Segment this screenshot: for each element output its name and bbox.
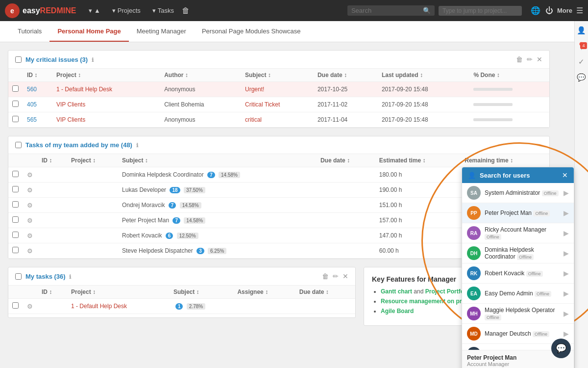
th-assignee[interactable]: Assignee ↕ bbox=[233, 286, 295, 299]
user-list-item[interactable]: MH Maggie Helpdesk Operator Offline ▶ bbox=[462, 304, 574, 324]
gantt-chart-link[interactable]: Gantt chart bbox=[381, 288, 412, 295]
user-list-item[interactable]: RA Ricky Account Manager Offline ▶ bbox=[462, 223, 574, 243]
th-due-date[interactable]: Due date ↕ bbox=[317, 154, 375, 167]
tab-tutorials[interactable]: Tutorials bbox=[10, 22, 49, 42]
user-action-button[interactable]: ▶ bbox=[564, 209, 569, 217]
issue-id-link[interactable]: 405 bbox=[27, 101, 37, 108]
th-due-date[interactable]: Due date ↕ bbox=[295, 286, 355, 299]
critical-issues-select-all[interactable] bbox=[15, 56, 22, 63]
user-list-item[interactable]: RK Robert Kovacik Offline ▶ bbox=[462, 263, 574, 284]
row-gear-icon[interactable]: ⚙ bbox=[27, 232, 33, 239]
projects-button[interactable]: ▾ Projects bbox=[108, 5, 145, 16]
th-project[interactable]: Project ↕ bbox=[52, 69, 160, 82]
help-icon[interactable]: 🌐 bbox=[531, 6, 540, 15]
row-checkbox[interactable] bbox=[12, 232, 19, 238]
th-subject[interactable]: Subject ↕ bbox=[241, 69, 314, 82]
row-checkbox[interactable] bbox=[12, 201, 19, 208]
widget-close-button[interactable]: ✕ bbox=[537, 55, 542, 63]
trash-icon[interactable]: 🗑 bbox=[182, 6, 190, 15]
row-checkbox[interactable] bbox=[12, 302, 19, 309]
cell-due-date: 2017-10-25 bbox=[314, 82, 378, 97]
row-gear-icon[interactable]: ⚙ bbox=[27, 217, 33, 224]
project-link[interactable]: VIP Clients bbox=[56, 116, 85, 123]
team-tasks-select-all[interactable] bbox=[15, 142, 22, 148]
user-action-button[interactable]: ▶ bbox=[564, 189, 569, 197]
critical-issues-widget: My critical issues (3) ℹ 🗑 ✏ ✕ ID ↕ Proj… bbox=[8, 50, 550, 128]
chat-button[interactable]: 💬 bbox=[551, 339, 571, 358]
subject-link[interactable]: Critical Ticket bbox=[245, 101, 280, 108]
sidebar-user-icon[interactable]: 👤 bbox=[577, 26, 586, 35]
my-tasks-delete-button[interactable]: 🗑 bbox=[322, 272, 329, 280]
row-gear-icon[interactable]: ⚙ bbox=[27, 247, 33, 255]
row-gear-icon[interactable]: ⚙ bbox=[27, 202, 33, 209]
subject-link[interactable]: critical bbox=[245, 116, 262, 123]
user-action-button[interactable]: ▶ bbox=[564, 330, 569, 338]
user-action-button[interactable]: ▶ bbox=[564, 229, 569, 237]
subject-link[interactable]: Urgent! bbox=[245, 86, 264, 93]
my-tasks-close-button[interactable]: ✕ bbox=[343, 272, 348, 280]
user-action-button[interactable]: ▶ bbox=[564, 310, 569, 317]
issue-id-link[interactable]: 565 bbox=[27, 116, 37, 123]
th-remaining[interactable]: Remaining time ↕ bbox=[461, 154, 549, 167]
cell-gear: ⚙ bbox=[23, 243, 38, 259]
th-author[interactable]: Author ↕ bbox=[160, 69, 241, 82]
project-link[interactable]: 1 - Default Help Desk bbox=[56, 86, 112, 93]
my-tasks-edit-button[interactable]: ✏ bbox=[333, 272, 339, 280]
menu-icon[interactable]: ☰ bbox=[576, 6, 583, 15]
row-gear-icon[interactable]: ⚙ bbox=[27, 303, 33, 310]
user-action-button[interactable]: ▶ bbox=[564, 289, 569, 297]
th-project[interactable]: Project ↕ bbox=[67, 154, 118, 167]
th-subject[interactable]: Subject ↕ bbox=[170, 286, 234, 299]
th-pct-done[interactable]: % Done ↕ bbox=[469, 69, 549, 82]
th-id[interactable]: ID ↕ bbox=[38, 286, 67, 299]
th-last-updated[interactable]: Last updated ↕ bbox=[378, 69, 470, 82]
user-action-button[interactable]: ▶ bbox=[564, 269, 569, 277]
row-gear-icon[interactable]: ⚙ bbox=[27, 171, 33, 179]
row-checkbox[interactable] bbox=[12, 247, 19, 253]
sidebar-check-icon[interactable]: ✓ bbox=[578, 57, 585, 66]
user-list-item[interactable]: PP Peter Project Man Offline ▶ bbox=[462, 203, 574, 223]
row-checkbox[interactable] bbox=[12, 171, 19, 177]
team-tasks-title-link[interactable]: Tasks of my team added by me (48) bbox=[25, 141, 132, 149]
row-checkbox[interactable] bbox=[12, 186, 19, 192]
row-checkbox[interactable] bbox=[12, 116, 19, 122]
row-checkbox[interactable] bbox=[12, 216, 19, 223]
user-list-item[interactable]: DH Dominka Helpdesk Coordinator Offline … bbox=[462, 243, 574, 263]
th-due-date[interactable]: Due date ↕ bbox=[314, 69, 378, 82]
cell-project: 1 - Default Help Desk bbox=[67, 299, 170, 314]
power-icon[interactable]: ⏻ bbox=[545, 6, 553, 15]
search-input[interactable] bbox=[351, 7, 420, 14]
th-estimated[interactable]: Estimated time ↕ bbox=[375, 154, 461, 167]
tasks-button[interactable]: ▾ Tasks bbox=[148, 5, 178, 16]
tab-meeting-manager[interactable]: Meeting Manager bbox=[129, 22, 194, 42]
critical-issues-title-link[interactable]: My critical issues (3) bbox=[25, 56, 88, 63]
agile-board-link[interactable]: Agile Board bbox=[381, 308, 414, 315]
row-gear-icon[interactable]: ⚙ bbox=[27, 186, 33, 194]
project-link[interactable]: 1 - Default Help Desk bbox=[71, 303, 127, 310]
user-list-item[interactable]: SA System Administrator Offline ▶ bbox=[462, 183, 574, 203]
sidebar-chat-icon[interactable]: 💬 bbox=[577, 73, 586, 82]
jump-to-project-input[interactable] bbox=[439, 6, 522, 16]
user-action-button[interactable]: ▶ bbox=[564, 249, 569, 257]
user-search-close-button[interactable]: ✕ bbox=[562, 171, 568, 179]
nav-dropdown-1[interactable]: ▾ ▲ bbox=[85, 5, 104, 16]
row-checkbox[interactable] bbox=[12, 85, 19, 92]
user-status: Offline bbox=[517, 254, 534, 260]
issue-id-link[interactable]: 560 bbox=[27, 86, 37, 93]
th-project[interactable]: Project ↕ bbox=[67, 286, 170, 299]
th-id[interactable]: ID ↕ bbox=[38, 154, 67, 167]
widget-edit-button[interactable]: ✏ bbox=[527, 55, 533, 63]
my-tasks-select-all[interactable] bbox=[15, 273, 22, 280]
project-link[interactable]: VIP Clients bbox=[56, 101, 85, 108]
tab-personal-home[interactable]: Personal Home Page bbox=[49, 22, 128, 42]
th-subject[interactable]: Subject ↕ bbox=[118, 154, 317, 167]
th-id[interactable]: ID ↕ bbox=[23, 69, 52, 82]
widget-delete-button[interactable]: 🗑 bbox=[516, 55, 523, 63]
task-count-badge: 7 bbox=[169, 202, 176, 209]
more-button[interactable]: More bbox=[557, 7, 572, 14]
cell-id bbox=[38, 167, 67, 183]
user-list-item[interactable]: EA Easy Demo Admin Offline ▶ bbox=[462, 284, 574, 304]
my-tasks-title-link[interactable]: My tasks (36) bbox=[25, 273, 66, 280]
row-checkbox[interactable] bbox=[12, 101, 19, 107]
tab-page-modules[interactable]: Personal Page Modules Showcase bbox=[194, 22, 309, 42]
